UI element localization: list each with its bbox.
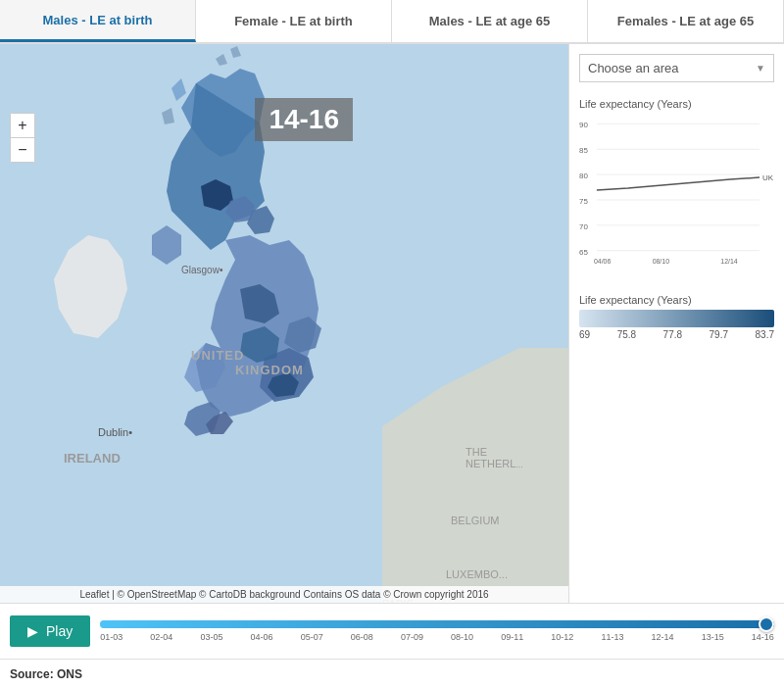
legend-min: 69 [579, 329, 590, 340]
svg-text:85: 85 [579, 146, 588, 155]
area-dropdown-label: Choose an area [588, 61, 679, 75]
legend-max: 83.7 [756, 329, 774, 340]
svg-text:70: 70 [579, 222, 588, 231]
timeline-labels: 01-03 02-04 03-05 04-06 05-07 06-08 07-0… [100, 632, 774, 642]
svg-text:80: 80 [579, 172, 588, 180]
play-label: Play [46, 623, 73, 639]
zoom-out-button[interactable]: − [11, 138, 34, 162]
svg-text:04/06: 04/06 [594, 258, 612, 265]
svg-text:90: 90 [579, 121, 588, 129]
source-line: Source: ONS [0, 659, 784, 688]
source-text: Source: ONS [10, 667, 82, 681]
right-panel: Choose an area ▼ Life expectancy (Years)… [568, 44, 784, 603]
map-area[interactable]: Dublin• IRELAND UNITED KINGDOM THENETHER… [0, 44, 568, 603]
main-content: Dublin• IRELAND UNITED KINGDOM THENETHER… [0, 44, 784, 603]
tab-males-65[interactable]: Males - LE at age 65 [392, 0, 588, 42]
legend-color-bar [579, 310, 774, 327]
legend-values: 69 75.8 77.8 79.7 83.7 [579, 329, 774, 340]
tab-males-birth[interactable]: Males - LE at birth [0, 0, 196, 42]
tab-female-birth[interactable]: Female - LE at birth [196, 0, 392, 42]
chevron-down-icon: ▼ [756, 63, 765, 74]
legend-tick2: 77.8 [663, 329, 682, 340]
chart-wrapper: 90 85 80 75 70 65 [579, 114, 774, 270]
zoom-controls: + − [10, 113, 35, 163]
timeline-track[interactable] [100, 620, 774, 628]
legend-label: Life expectancy (Years) [579, 294, 774, 306]
tabs-container: Males - LE at birth Female - LE at birth… [0, 0, 784, 44]
play-button[interactable]: ▶ Play [10, 615, 90, 647]
timeline[interactable]: 01-03 02-04 03-05 04-06 05-07 06-08 07-0… [100, 620, 774, 642]
svg-text:65: 65 [579, 248, 588, 257]
tab-females-65[interactable]: Females - LE at age 65 [588, 0, 784, 42]
play-icon: ▶ [27, 623, 38, 639]
line-chart-container: Life expectancy (Years) 90 85 80 75 70 6… [579, 98, 774, 270]
chart-y-label: Life expectancy (Years) [579, 98, 774, 110]
year-badge: 14-16 [255, 98, 353, 141]
svg-text:75: 75 [579, 197, 588, 206]
svg-text:12/14: 12/14 [720, 258, 738, 265]
map-attribution: Leaflet | © OpenStreetMap © CartoDB back… [0, 586, 568, 603]
svg-text:UK: UK [762, 173, 774, 182]
legend-container: Life expectancy (Years) 69 75.8 77.8 79.… [579, 294, 774, 340]
line-chart-svg: 90 85 80 75 70 65 [579, 114, 774, 270]
legend-tick1: 75.8 [617, 329, 636, 340]
svg-text:08/10: 08/10 [653, 258, 670, 265]
timeline-fill [100, 620, 774, 628]
area-dropdown[interactable]: Choose an area ▼ [579, 54, 774, 82]
timeline-thumb[interactable] [759, 616, 774, 632]
legend-tick3: 79.7 [710, 329, 728, 340]
bottom-controls: ▶ Play 01-03 02-04 03-05 04-06 05-07 06-… [0, 603, 784, 659]
zoom-in-button[interactable]: + [11, 114, 34, 137]
